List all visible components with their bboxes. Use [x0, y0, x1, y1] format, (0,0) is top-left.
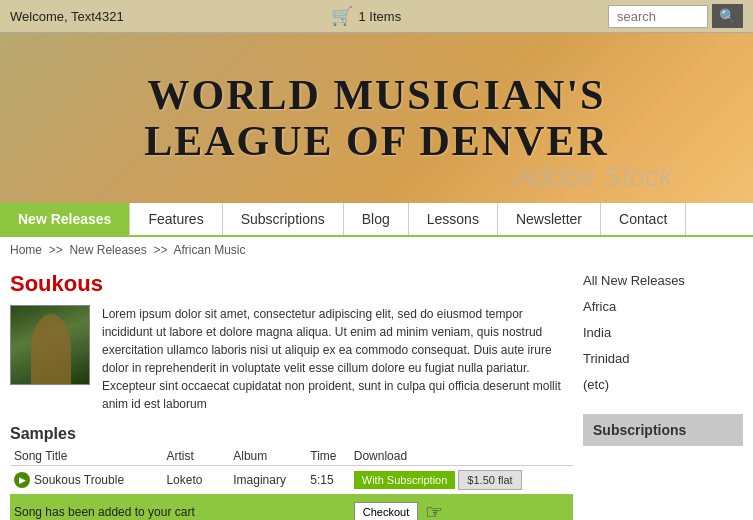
sidebar-all-new-releases[interactable]: All New Releases — [583, 268, 743, 294]
sidebar-trinidad[interactable]: Trinidad — [583, 346, 743, 372]
sidebar-etc[interactable]: (etc) — [583, 372, 743, 398]
album-title: Soukous — [10, 271, 573, 297]
sidebar-africa[interactable]: Africa — [583, 294, 743, 320]
flat-btn-1[interactable]: $1.50 flat — [458, 470, 521, 490]
site-title: WORLD MUSICIAN'S LEAGUE OF DENVER — [144, 72, 609, 164]
checkout-button[interactable]: Checkout — [354, 502, 418, 520]
table-row: ▶ Soukous Trouble Loketo Imaginary 5:15 … — [10, 466, 573, 495]
nav-newsletter[interactable]: Newsletter — [498, 203, 601, 235]
col-song: Song Title — [10, 447, 162, 466]
nav-lessons[interactable]: Lessons — [409, 203, 498, 235]
breadcrumb: Home >> New Releases >> African Music — [0, 237, 753, 263]
album-description: Lorem ipsum dolor sit amet, consectetur … — [102, 305, 573, 413]
nav-blog[interactable]: Blog — [344, 203, 409, 235]
nav-new-releases[interactable]: New Releases — [0, 203, 130, 235]
album-figure — [31, 314, 71, 384]
artist-cell-1: Loketo — [162, 466, 229, 495]
album-cover — [10, 305, 90, 385]
cart-notice-text: Song has been added to your cart — [10, 494, 350, 520]
watermark: Adobe Stock — [514, 161, 673, 193]
search-input[interactable] — [608, 5, 708, 28]
time-cell-1: 5:15 — [306, 466, 349, 495]
nav-subscriptions[interactable]: Subscriptions — [223, 203, 344, 235]
sidebar-subscriptions-box: Subscriptions — [583, 414, 743, 446]
col-album: Album — [229, 447, 306, 466]
welcome-text: Welcome, Text4321 — [10, 9, 124, 24]
nav-contact[interactable]: Contact — [601, 203, 686, 235]
sidebar-india[interactable]: India — [583, 320, 743, 346]
nav-bar: New Releases Features Subscriptions Blog… — [0, 203, 753, 237]
samples-table: Song Title Artist Album Time Download ▶ … — [10, 447, 573, 520]
sidebar: All New Releases Africa India Trinidad (… — [583, 263, 743, 520]
breadcrumb-new-releases[interactable]: New Releases — [69, 243, 146, 257]
song-title-1: Soukous Trouble — [34, 473, 124, 487]
subscription-btn-1[interactable]: With Subscription — [354, 471, 456, 489]
cart-info: 🛒 1 Items — [331, 5, 402, 27]
hand-cursor-icon: ☞ — [425, 500, 443, 520]
col-time: Time — [306, 447, 349, 466]
main-layout: Soukous Lorem ipsum dolor sit amet, cons… — [0, 263, 753, 520]
breadcrumb-current: African Music — [173, 243, 245, 257]
samples-title: Samples — [10, 425, 573, 443]
cart-notice-row: Song has been added to your cart Checkou… — [10, 494, 573, 520]
play-button-1[interactable]: ▶ — [14, 472, 30, 488]
search-button[interactable]: 🔍 — [712, 4, 743, 28]
cart-icon: 🛒 — [331, 5, 353, 27]
album-cover-art — [11, 306, 89, 384]
header: Welcome, Text4321 🛒 1 Items 🔍 — [0, 0, 753, 33]
cart-count: 1 Items — [359, 9, 402, 24]
album-section: Lorem ipsum dolor sit amet, consectetur … — [10, 305, 573, 413]
download-cell-1: With Subscription $1.50 flat — [350, 466, 573, 495]
sidebar-links: All New Releases Africa India Trinidad (… — [583, 268, 743, 398]
hero-banner: WORLD MUSICIAN'S LEAGUE OF DENVER Adobe … — [0, 33, 753, 203]
album-cell-1: Imaginary — [229, 466, 306, 495]
col-artist: Artist — [162, 447, 229, 466]
nav-features[interactable]: Features — [130, 203, 222, 235]
sidebar-subscriptions-label: Subscriptions — [593, 422, 733, 438]
breadcrumb-home[interactable]: Home — [10, 243, 42, 257]
search-area: 🔍 — [608, 4, 743, 28]
content-area: Soukous Lorem ipsum dolor sit amet, cons… — [10, 263, 573, 520]
song-cell-1: ▶ Soukous Trouble — [10, 466, 162, 495]
col-download: Download — [350, 447, 573, 466]
checkout-cell: Checkout ☞ — [350, 494, 573, 520]
